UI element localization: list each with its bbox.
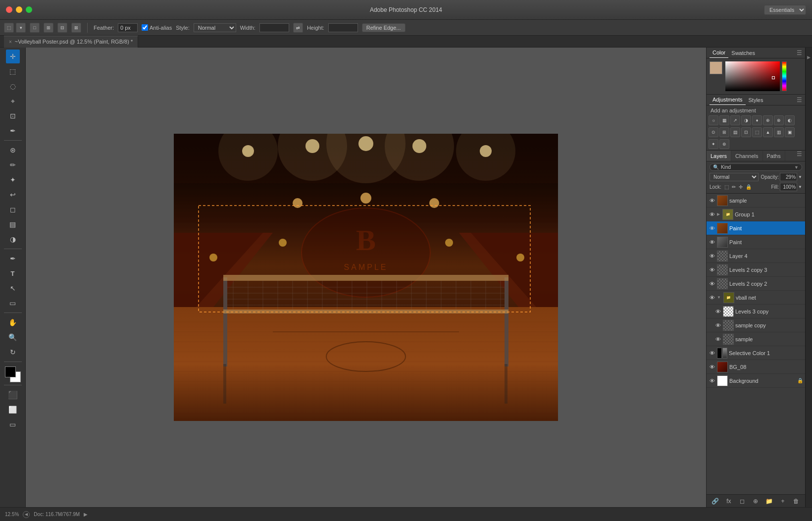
visibility-icon[interactable]: 👁 xyxy=(709,239,715,246)
add-selection-btn[interactable]: ⊞ xyxy=(44,23,53,33)
new-layer-btn[interactable]: + xyxy=(778,497,787,506)
smart-sharpen-icon[interactable]: ✦ xyxy=(709,139,718,149)
color-picker-gradient[interactable] xyxy=(725,61,780,91)
filter-dropdown-icon[interactable]: ▼ xyxy=(794,165,799,170)
lasso-tool[interactable]: ◌ xyxy=(6,79,20,93)
visibility-icon[interactable]: 👁 xyxy=(709,377,715,384)
foreground-color-swatch[interactable] xyxy=(5,366,16,377)
visibility-icon[interactable]: 👁 xyxy=(709,350,715,357)
group-arrow-icon[interactable]: ▶ xyxy=(717,212,720,216)
bw-icon[interactable]: ◐ xyxy=(785,115,795,125)
hand-tool[interactable]: ✋ xyxy=(6,315,20,329)
blend-mode-select[interactable]: Normal Multiply Screen Overlay xyxy=(710,173,759,181)
add-style-btn[interactable]: fx xyxy=(724,497,733,506)
rectangular-marquee-tool[interactable]: ⬚ xyxy=(6,64,20,78)
vibrance-icon[interactable]: ♦ xyxy=(752,115,762,125)
visibility-icon[interactable]: 👁 xyxy=(709,225,715,232)
quick-mask-btn[interactable]: ⬛ xyxy=(6,388,20,402)
minimize-button[interactable] xyxy=(16,6,22,13)
threshold-icon[interactable]: ▲ xyxy=(763,127,773,137)
height-input[interactable] xyxy=(328,23,358,32)
delete-layer-btn[interactable]: 🗑 xyxy=(792,497,801,506)
swap-dimensions-btn[interactable]: ⇄ xyxy=(293,23,303,33)
layer-item-bg08[interactable]: 👁 BG_08 xyxy=(707,360,805,374)
add-mask-btn[interactable]: ◻ xyxy=(738,497,747,506)
layers-panel-menu-icon[interactable]: ☰ xyxy=(797,151,802,161)
magic-wand-tool[interactable]: ⌖ xyxy=(6,94,20,108)
fill-input[interactable] xyxy=(780,183,797,191)
levels-icon[interactable]: ▦ xyxy=(719,115,729,125)
layer-item-group1[interactable]: 👁 ▶ 📁 Group 1 xyxy=(707,208,805,221)
visibility-icon[interactable]: 👁 xyxy=(709,364,715,370)
zoom-options-icon[interactable]: ◀ xyxy=(23,511,30,518)
color-panel-menu-icon[interactable]: ☰ xyxy=(797,50,802,56)
layer-item-levels2copy2[interactable]: 👁 Levels 2 copy 2 xyxy=(707,277,805,291)
posterize-icon[interactable]: ⬚ xyxy=(752,127,762,137)
curves-icon[interactable]: ↗ xyxy=(730,115,740,125)
visibility-icon[interactable]: 👁 xyxy=(714,322,721,329)
clone-stamp-tool[interactable]: ✦ xyxy=(6,173,20,187)
pen-tool[interactable]: ✒ xyxy=(6,252,20,265)
zoom-tool[interactable]: 🔍 xyxy=(6,330,20,344)
screen-mode-btn[interactable]: ⬜ xyxy=(6,403,20,417)
eraser-tool[interactable]: ◻ xyxy=(6,203,20,216)
color-tab[interactable]: Color xyxy=(710,48,728,58)
visibility-icon[interactable]: 👁 xyxy=(709,197,715,204)
move-tool[interactable]: ✛ xyxy=(6,50,20,63)
group-arrow-icon[interactable]: ▼ xyxy=(717,295,721,300)
opacity-input[interactable] xyxy=(780,173,797,181)
hue-slider[interactable] xyxy=(782,61,787,91)
layer-item-sample-copy[interactable]: 👁 sample copy xyxy=(707,318,805,332)
fill-dropdown-icon[interactable]: ▼ xyxy=(798,185,802,189)
styles-tab[interactable]: Styles xyxy=(746,95,766,105)
history-brush-tool[interactable]: ↩ xyxy=(6,188,20,202)
display-device-btn[interactable]: ▭ xyxy=(6,417,20,431)
doc-info-arrow[interactable]: ▶ xyxy=(84,512,88,517)
crop-tool[interactable]: ⊡ xyxy=(6,109,20,123)
tab-close-icon[interactable]: × xyxy=(9,39,12,45)
layer-item-levels3copy[interactable]: 👁 Levels 3 copy xyxy=(707,305,805,318)
adjustments-tab[interactable]: Adjustments xyxy=(710,95,746,105)
visibility-icon[interactable]: 👁 xyxy=(709,280,715,287)
selective-color-icon[interactable]: ▣ xyxy=(785,127,795,137)
layer-item-selective-color[interactable]: 👁 Selective Color 1 xyxy=(707,346,805,360)
layer-item-vball-net[interactable]: 👁 ▼ 📁 vball net xyxy=(707,291,805,305)
feather-input[interactable] xyxy=(118,23,138,32)
lock-transparent-icon[interactable]: ⬚ xyxy=(724,184,729,190)
select-mode-btn[interactable]: ▾ xyxy=(16,23,26,33)
refine-edge-button[interactable]: Refine Edge... xyxy=(362,23,406,32)
new-selection-btn[interactable]: □ xyxy=(30,23,40,33)
anti-alias-checkbox[interactable] xyxy=(142,24,148,31)
lock-all-icon[interactable]: 🔒 xyxy=(746,184,752,190)
type-tool[interactable]: T xyxy=(6,266,20,280)
exposure-icon[interactable]: ◑ xyxy=(741,115,751,125)
paths-tab[interactable]: Paths xyxy=(763,151,785,161)
layer-item-sample-top[interactable]: 👁 sample xyxy=(707,194,805,208)
healing-brush-tool[interactable]: ⊛ xyxy=(6,143,20,157)
width-input[interactable] xyxy=(259,23,289,32)
lock-position-icon[interactable]: ✛ xyxy=(739,184,743,190)
search-input[interactable] xyxy=(721,164,792,170)
layers-search[interactable]: 🔍 ▼ xyxy=(710,163,802,171)
color-lookup-icon[interactable]: ▤ xyxy=(730,127,740,137)
rect-select-icon[interactable]: ⬚ xyxy=(4,23,14,33)
canvas-area[interactable]: B SAMPLE xyxy=(26,48,706,507)
channels-tab[interactable]: Channels xyxy=(731,151,762,161)
gradient-tool[interactable]: ▤ xyxy=(6,217,20,231)
photo-filter-icon[interactable]: ⊙ xyxy=(709,127,718,137)
layer-item-sample-inner[interactable]: 👁 sample xyxy=(707,332,805,346)
lock-pixels-icon[interactable]: ✏ xyxy=(732,184,736,190)
collapse-indicator[interactable]: ◀ xyxy=(807,55,812,60)
path-selection-tool[interactable]: ↖ xyxy=(6,281,20,295)
visibility-icon[interactable]: 👁 xyxy=(709,294,715,301)
maximize-button[interactable] xyxy=(26,6,32,13)
rotate-tool[interactable]: ↻ xyxy=(6,345,20,359)
visibility-icon[interactable]: 👁 xyxy=(714,308,721,315)
foreground-color-preview[interactable] xyxy=(710,61,722,74)
visibility-icon[interactable]: 👁 xyxy=(709,253,715,260)
visibility-icon[interactable]: 👁 xyxy=(709,211,715,218)
new-adjustment-btn[interactable]: ⊕ xyxy=(751,497,760,506)
color-balance-icon[interactable]: ⊗ xyxy=(774,115,784,125)
opacity-dropdown-icon[interactable]: ▼ xyxy=(798,175,802,179)
layer-item-levels2copy3[interactable]: 👁 Levels 2 copy 3 xyxy=(707,263,805,277)
